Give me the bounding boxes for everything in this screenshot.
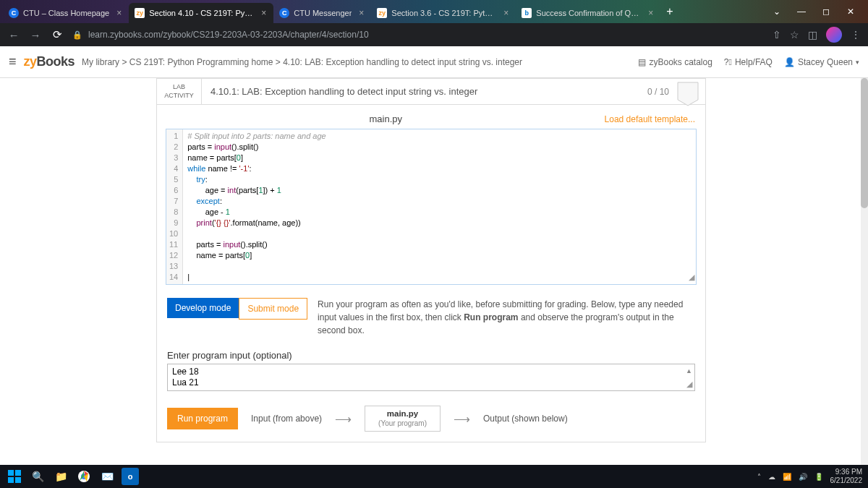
svg-rect-1	[15, 470, 21, 476]
catalog-icon: ▤	[638, 57, 646, 67]
browser-tab-strip: CCTU – Class Homepage× zySection 4.10 - …	[0, 0, 868, 23]
load-template-link[interactable]: Load default template...	[605, 114, 695, 124]
program-input-textarea[interactable]: Lee 18 Lua 21▲◢	[167, 364, 695, 391]
zybooks-logo[interactable]: zyBooks	[24, 54, 75, 69]
code-editor[interactable]: 1234567891011121314 # Split input into 2…	[166, 129, 697, 285]
program-box: main.py (Your program)	[365, 406, 441, 432]
zybooks-header: ≡ zyBooks My library > CS 219T: Python P…	[0, 46, 868, 78]
svg-rect-0	[8, 470, 14, 476]
tab-ctu-homepage[interactable]: CCTU – Class Homepage×	[3, 3, 129, 23]
outlook-icon[interactable]: o	[122, 468, 139, 485]
flow-output-label: Output (shown below)	[483, 414, 568, 424]
user-icon: 👤	[784, 57, 795, 67]
svg-rect-3	[15, 477, 21, 483]
window-minimize-icon[interactable]: —	[794, 7, 809, 17]
code-area[interactable]: # Split input into 2 parts: name and age…	[183, 129, 696, 284]
hamburger-menu-icon[interactable]: ≡	[9, 54, 17, 69]
run-program-button[interactable]: Run program	[167, 408, 238, 429]
tablist-chevron-icon[interactable]: ⌄	[770, 7, 784, 17]
lab-title: 4.10.1: LAB: Exception handling to detec…	[202, 79, 637, 104]
tab-ctu-messenger[interactable]: CCTU Messenger×	[273, 3, 371, 23]
page-content: LABACTIVITY 4.10.1: LAB: Exception handl…	[0, 78, 861, 465]
score-badge-icon	[676, 81, 699, 107]
lab-header: LABACTIVITY 4.10.1: LAB: Exception handl…	[157, 79, 705, 105]
windows-taskbar: 🔍 📁 ✉️ o ˄ ☁ 📶 🔊 🔋 9:36 PM6/21/2022	[0, 465, 868, 488]
lock-icon: 🔒	[72, 30, 82, 40]
close-icon[interactable]: ×	[648, 8, 653, 18]
tray-chevron-icon[interactable]: ˄	[757, 473, 761, 481]
line-gutter: 1234567891011121314	[166, 129, 183, 284]
submit-mode-button[interactable]: Submit mode	[239, 298, 307, 320]
help-icon: ?⃝	[724, 57, 732, 67]
search-icon[interactable]: 🔍	[29, 468, 46, 485]
window-maximize-icon[interactable]: ◻	[819, 7, 833, 17]
close-icon[interactable]: ×	[503, 8, 509, 18]
scroll-up-icon[interactable]: ▲	[686, 366, 692, 377]
onedrive-icon[interactable]: ☁	[768, 473, 775, 481]
active-filename: main.py	[370, 114, 403, 124]
bookmark-icon[interactable]: ☆	[790, 29, 799, 40]
program-input-label: Enter program input (optional)	[157, 347, 705, 364]
kebab-menu-icon[interactable]: ⋮	[851, 29, 861, 40]
lab-type-label: LABACTIVITY	[157, 79, 202, 104]
tab-success-confirm[interactable]: bSuccess Confirmation of Questi…×	[516, 3, 660, 23]
speaker-icon[interactable]: 🔊	[799, 473, 807, 481]
profile-avatar-icon[interactable]	[826, 27, 842, 43]
mail-icon[interactable]: ✉️	[98, 468, 116, 485]
breadcrumb[interactable]: My library > CS 219T: Python Programming…	[82, 57, 522, 67]
resize-handle-icon[interactable]: ◢	[689, 272, 694, 283]
new-tab-button[interactable]: +	[660, 5, 678, 18]
arrow-right-icon: ⟶	[335, 412, 352, 426]
resize-handle-icon[interactable]: ◢	[686, 379, 692, 390]
close-icon[interactable]: ×	[261, 8, 266, 18]
tab-zybooks-410[interactable]: zySection 4.10 - CS 219T: Python P…×	[129, 3, 273, 23]
mode-row: Develop mode Submit mode Run your progra…	[157, 298, 705, 347]
share-icon[interactable]: ⇧	[773, 29, 781, 40]
flow-input-label: Input (from above)	[251, 414, 322, 424]
url-text: learn.zybooks.com/zybook/CS219-2203A-03-…	[88, 30, 369, 40]
file-tab-row: main.py Load default template...	[157, 105, 705, 129]
start-menu-icon[interactable]	[6, 468, 23, 485]
chrome-icon[interactable]	[75, 468, 93, 485]
reading-list-icon[interactable]: ◫	[808, 29, 817, 40]
lab-score: 0 / 10	[637, 87, 705, 97]
run-row: Run program Input (from above) ⟶ main.py…	[157, 401, 705, 442]
develop-mode-button[interactable]: Develop mode	[167, 298, 239, 318]
system-clock[interactable]: 9:36 PM6/21/2022	[830, 468, 863, 485]
nav-reload-icon[interactable]: ⟳	[51, 28, 64, 41]
chevron-down-icon: ▾	[856, 59, 859, 66]
page-scrollbar[interactable]: ▲	[861, 78, 868, 465]
close-icon[interactable]: ×	[359, 8, 364, 18]
lab-activity-card: LABACTIVITY 4.10.1: LAB: Exception handl…	[156, 78, 706, 442]
window-close-icon[interactable]: ✕	[843, 7, 858, 17]
battery-icon[interactable]: 🔋	[814, 473, 823, 481]
nav-back-icon[interactable]: ←	[7, 29, 20, 41]
arrow-right-icon: ⟶	[454, 412, 470, 426]
browser-toolbar: ← → ⟳ 🔒 learn.zybooks.com/zybook/CS219-2…	[0, 23, 868, 46]
nav-forward-icon[interactable]: →	[29, 29, 42, 41]
mode-help-text: Run your program as often as you'd like,…	[307, 298, 695, 337]
file-explorer-icon[interactable]: 📁	[52, 468, 69, 485]
tab-zybooks-36[interactable]: zySection 3.6 - CS 219T: Python Pr…×	[371, 3, 516, 23]
scrollbar-thumb[interactable]	[861, 78, 868, 208]
catalog-link[interactable]: ▤ zyBooks catalog	[638, 57, 712, 67]
help-link[interactable]: ?⃝ Help/FAQ	[724, 57, 773, 67]
close-icon[interactable]: ×	[116, 8, 122, 18]
wifi-icon[interactable]: 📶	[783, 473, 791, 481]
user-menu[interactable]: 👤 Stacey Queen ▾	[784, 57, 859, 67]
address-bar[interactable]: 🔒 learn.zybooks.com/zybook/CS219-2203A-0…	[72, 25, 764, 44]
svg-rect-2	[8, 477, 14, 483]
